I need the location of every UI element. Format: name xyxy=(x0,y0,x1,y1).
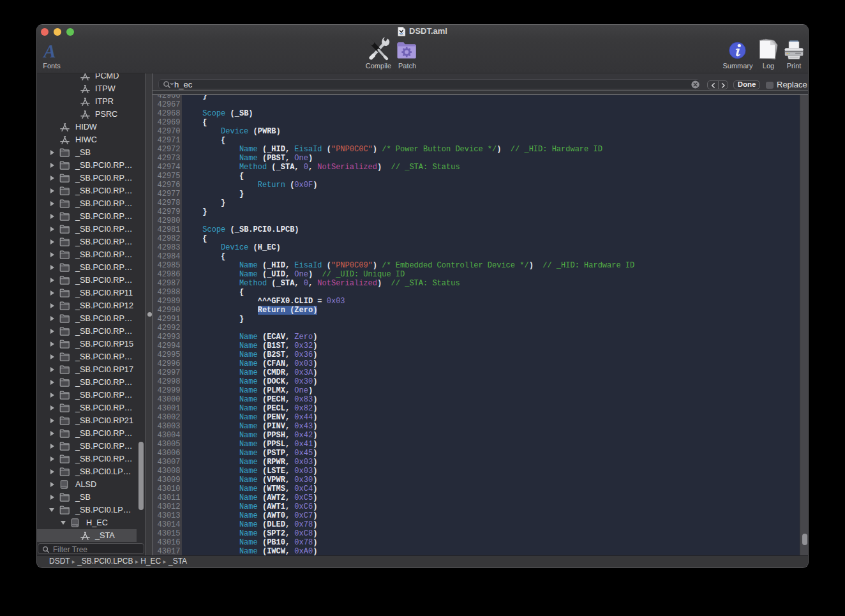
svg-text:A: A xyxy=(42,41,56,61)
